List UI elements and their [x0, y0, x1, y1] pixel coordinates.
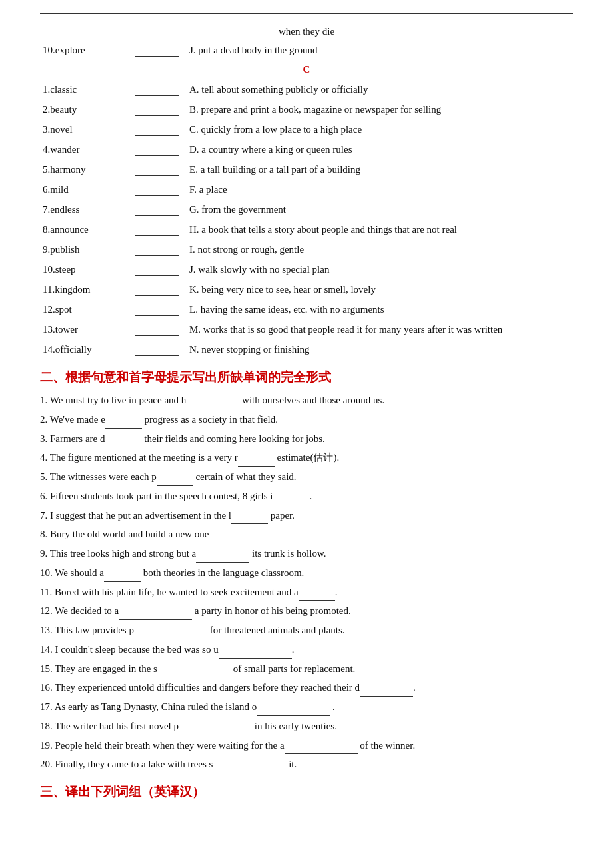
word-6: 6.mild	[40, 179, 127, 199]
blank-ex2	[105, 428, 142, 429]
blank-8	[127, 219, 187, 239]
exercise-11: 11. Bored with his plain life, he wanted…	[40, 583, 573, 602]
word-4: 4.wander	[40, 139, 127, 159]
section3-title: 三、译出下列词组（英译汉）	[40, 783, 573, 801]
table-row: 9.publish I. not strong or rough, gentle	[40, 239, 573, 259]
exercise-13: 13. This law provides p for threatened a…	[40, 621, 573, 640]
word-12: 12.spot	[40, 299, 127, 319]
exercise-2: 2. We've made e progress as a society in…	[40, 411, 573, 429]
exercise-8: 8. Bury the old world and build a new on…	[40, 525, 573, 544]
def-10-explore: J. put a dead body in the ground	[187, 40, 573, 60]
def-3: C. quickly from a low place to a high pl…	[187, 119, 573, 139]
section-c-label: C	[303, 64, 310, 75]
blank-ex19	[285, 753, 358, 754]
top-border	[40, 13, 573, 14]
def-1: A. tell about something publicly or offi…	[187, 79, 573, 99]
blank-5	[127, 159, 187, 179]
exercise-18: 18. The writer had his first novel p in …	[40, 717, 573, 736]
blank-ex17	[257, 715, 330, 716]
table-row: 10.explore J. put a dead body in the gro…	[40, 40, 573, 60]
blank-ex16	[360, 696, 413, 697]
blank-ex20	[213, 773, 286, 773]
table-row: 12.spot L. having the same ideas, etc. w…	[40, 299, 573, 319]
word-2: 2.beauty	[40, 99, 127, 119]
table-row: 6.mild F. a place	[40, 179, 573, 199]
exercise-14: 14. I couldn't sleep because the bed was…	[40, 641, 573, 659]
exercise-6: 6. Fifteen students took part in the spe…	[40, 487, 573, 506]
word-10: 10.steep	[40, 259, 127, 279]
blank-13	[127, 319, 187, 339]
blank-10-explore	[127, 40, 187, 60]
when-they-die-text: when they die	[279, 26, 334, 37]
blank-10	[127, 259, 187, 279]
blank-ex4	[238, 466, 275, 467]
word-1: 1.classic	[40, 79, 127, 99]
blank-ex12	[119, 619, 192, 620]
blank-ex13	[134, 639, 207, 639]
section2-title: 二、根据句意和首字母提示写出所缺单词的完全形式	[40, 369, 573, 386]
blank-3	[127, 119, 187, 139]
word-8: 8.announce	[40, 219, 127, 239]
exercise-1: 1. We must try to live in peace and h wi…	[40, 391, 573, 410]
intro-line1: when they die	[40, 26, 573, 37]
def-2: B. prepare and print a book, magazine or…	[187, 99, 573, 119]
blank-ex9	[196, 562, 249, 563]
table-row: 10.steep J. walk slowly with no special …	[40, 259, 573, 279]
intro-table: 10.explore J. put a dead body in the gro…	[40, 40, 573, 60]
blank-ex11	[299, 600, 335, 601]
word-9: 9.publish	[40, 239, 127, 259]
word-11: 11.kingdom	[40, 279, 127, 299]
table-row: 3.novel C. quickly from a low place to a…	[40, 119, 573, 139]
def-11: K. being very nice to see, hear or smell…	[187, 279, 573, 299]
blank-7	[127, 199, 187, 219]
table-row: 2.beauty B. prepare and print a book, ma…	[40, 99, 573, 119]
def-10: J. walk slowly with no special plan	[187, 259, 573, 279]
table-row: 4.wander D. a country where a king or qu…	[40, 139, 573, 159]
table-row: 1.classic A. tell about something public…	[40, 79, 573, 99]
blank-12	[127, 299, 187, 319]
word-7: 7.endless	[40, 199, 127, 219]
blank-2	[127, 99, 187, 119]
def-9: I. not strong or rough, gentle	[187, 239, 573, 259]
blank-9	[127, 239, 187, 259]
exercise-12: 12. We decided to a a party in honor of …	[40, 602, 573, 621]
exercise-3: 3. Farmers are d their fields and coming…	[40, 430, 573, 449]
blank-4	[127, 139, 187, 159]
table-row: 8.announce H. a book that tells a story …	[40, 219, 573, 239]
blank-6	[127, 179, 187, 199]
word-5: 5.harmony	[40, 159, 127, 179]
blank-ex15	[157, 677, 231, 677]
exercise-20: 20. Finally, they came to a lake with tr…	[40, 755, 573, 774]
exercise-15: 15. They are engaged in the s of small p…	[40, 660, 573, 679]
section-c-header: C	[40, 64, 573, 75]
blank-ex10	[104, 581, 141, 582]
blank-ex5	[157, 485, 193, 486]
def-5: E. a tall building or a tall part of a b…	[187, 159, 573, 179]
table-row: 14.officially N. never stopping or finis…	[40, 339, 573, 359]
blank-11	[127, 279, 187, 299]
word-10-explore: 10.explore	[40, 40, 127, 60]
vocab-c-table: 1.classic A. tell about something public…	[40, 79, 573, 359]
exercise-9: 9. This tree looks high and strong but a…	[40, 545, 573, 563]
table-row: 11.kingdom K. being very nice to see, he…	[40, 279, 573, 299]
exercise-17: 17. As early as Tang Dynasty, China rule…	[40, 698, 573, 717]
blank-14	[127, 339, 187, 359]
table-row: 13.tower M. works that is so good that p…	[40, 319, 573, 339]
exercise-4: 4. The figure mentioned at the meeting i…	[40, 449, 573, 467]
blank-ex6	[273, 505, 310, 505]
def-8: H. a book that tells a story about peopl…	[187, 219, 573, 239]
def-12: L. having the same ideas, etc. with no a…	[187, 299, 573, 319]
table-row: 5.harmony E. a tall building or a tall p…	[40, 159, 573, 179]
blank-ex1	[186, 409, 239, 409]
word-14: 14.officially	[40, 339, 127, 359]
blank-ex7	[231, 523, 268, 524]
def-13: M. works that is so good that people rea…	[187, 319, 573, 339]
def-6: F. a place	[187, 179, 573, 199]
def-7: G. from the government	[187, 199, 573, 219]
exercise-16: 16. They experienced untold difficulties…	[40, 679, 573, 697]
blank-ex3	[105, 447, 141, 447]
def-4: D. a country where a king or queen rules	[187, 139, 573, 159]
exercises-section2: 1. We must try to live in peace and h wi…	[40, 391, 573, 774]
exercise-19: 19. People held their breath when they w…	[40, 737, 573, 755]
blank-1	[127, 79, 187, 99]
